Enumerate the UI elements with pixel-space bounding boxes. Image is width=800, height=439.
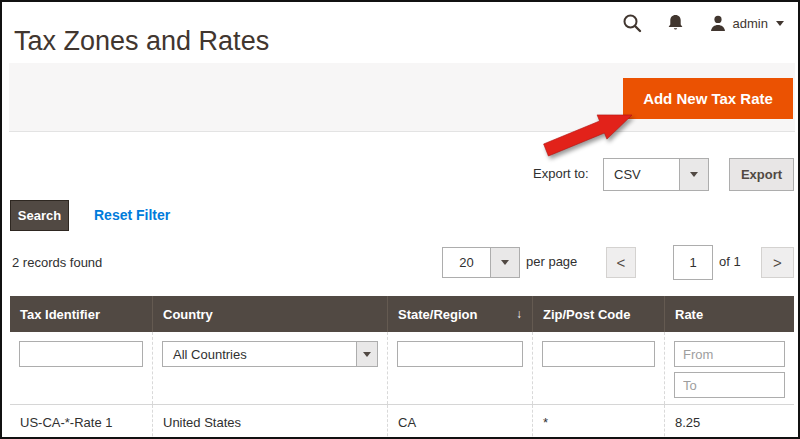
search-icon xyxy=(622,13,642,33)
column-header-rate[interactable]: Rate xyxy=(664,296,794,332)
user-icon xyxy=(709,14,727,33)
filter-rate-to-input[interactable] xyxy=(674,372,785,398)
tax-zones-and-rates-page: Tax Zones and Rates admin Add New Tax Ra… xyxy=(0,0,800,439)
cell-country: United States xyxy=(152,405,387,439)
filter-country-select[interactable]: All Countries xyxy=(162,341,378,367)
next-page-button[interactable]: > xyxy=(761,247,794,278)
column-header-country[interactable]: Country xyxy=(152,296,387,332)
per-page-label: per page xyxy=(526,254,577,269)
chevron-down-icon xyxy=(490,248,519,277)
sort-descending-icon: ↓ xyxy=(516,307,522,321)
filter-zip-post-code-input[interactable] xyxy=(542,341,655,367)
tax-rates-grid: Tax Identifier Country State/Region ↓ Zi… xyxy=(10,296,794,439)
chevron-down-icon xyxy=(776,21,784,26)
export-format-value: CSV xyxy=(604,159,679,190)
reset-filter-link[interactable]: Reset Filter xyxy=(94,207,170,223)
filter-rate-from-input[interactable] xyxy=(674,341,785,367)
admin-user-menu[interactable]: admin xyxy=(709,14,784,33)
search-filter-button[interactable]: Search xyxy=(10,200,69,231)
column-header-zip-post-code[interactable]: Zip/Post Code xyxy=(532,296,664,332)
column-header-tax-identifier[interactable]: Tax Identifier xyxy=(10,296,152,332)
previous-page-button[interactable]: < xyxy=(606,247,636,278)
page-title: Tax Zones and Rates xyxy=(14,26,269,57)
annotation-arrow-icon xyxy=(540,103,640,158)
cell-tax-identifier: US-CA-*-Rate 1 xyxy=(10,405,152,439)
export-to-label: Export to: xyxy=(533,166,589,181)
current-page-input[interactable] xyxy=(673,245,713,280)
notifications-button[interactable] xyxy=(666,13,685,33)
filter-country-value: All Countries xyxy=(163,342,356,366)
export-button[interactable]: Export xyxy=(729,158,794,191)
search-button[interactable] xyxy=(622,13,642,33)
filter-state-region-input[interactable] xyxy=(397,341,523,367)
cell-rate: 8.25 xyxy=(664,405,794,439)
filter-tax-identifier-input[interactable] xyxy=(19,341,143,367)
records-found-label: 2 records found xyxy=(12,255,102,270)
export-format-select[interactable]: CSV xyxy=(603,158,709,191)
topbar-actions: admin xyxy=(622,13,784,33)
total-pages-label: of 1 xyxy=(719,254,741,269)
cell-zip-post-code: * xyxy=(532,405,664,439)
column-header-state-region[interactable]: State/Region ↓ xyxy=(387,296,532,332)
tax-rate-row[interactable]: US-CA-*-Rate 1 United States CA * 8.25 xyxy=(10,404,794,439)
admin-username: admin xyxy=(733,16,768,31)
grid-header-row: Tax Identifier Country State/Region ↓ Zi… xyxy=(10,296,794,332)
chevron-down-icon xyxy=(356,342,377,366)
bell-icon xyxy=(666,13,685,33)
page-size-select[interactable]: 20 xyxy=(442,247,520,278)
page-size-value: 20 xyxy=(443,248,490,277)
cell-state-region: CA xyxy=(387,405,532,439)
add-new-tax-rate-button[interactable]: Add New Tax Rate xyxy=(623,78,793,119)
chevron-down-icon xyxy=(679,159,708,190)
grid-filter-row: All Countries xyxy=(10,332,794,404)
